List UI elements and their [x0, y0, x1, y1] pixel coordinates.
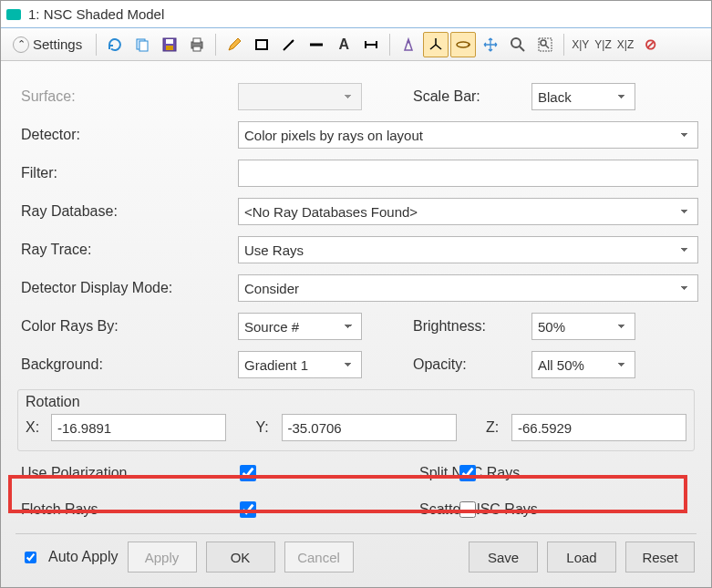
svg-rect-3: [166, 39, 173, 44]
svg-rect-1: [139, 41, 148, 51]
svg-line-16: [430, 45, 436, 49]
ok-button[interactable]: OK: [206, 542, 275, 573]
titlebar: 1: NSC Shaded Model: [1, 1, 711, 28]
svg-point-19: [511, 38, 521, 47]
print-icon[interactable]: [184, 32, 210, 57]
raydb-label: Ray Database:: [14, 203, 238, 220]
opacity-label: Opacity:: [362, 356, 531, 373]
rot-x-label: X:: [26, 419, 44, 436]
svg-line-20: [520, 46, 524, 51]
chevron-up-icon: ⌃: [13, 36, 29, 53]
separator: [563, 34, 564, 56]
brightness-select[interactable]: 50%: [531, 313, 635, 340]
svg-point-18: [457, 42, 470, 47]
fletch-row: Fletch Rays Scatter NSC Rays: [14, 491, 698, 528]
separator: [389, 34, 390, 56]
rot-y-input[interactable]: [282, 414, 457, 441]
ddm-label: Detector Display Mode:: [14, 280, 238, 296]
autoapply-checkbox[interactable]: [25, 552, 36, 563]
app-icon: [6, 9, 21, 20]
separator: [215, 34, 216, 56]
cancel-button[interactable]: Cancel: [284, 542, 354, 573]
view-yz-button[interactable]: Y|Z: [593, 38, 613, 51]
surface-select[interactable]: [238, 83, 362, 110]
toolbar: ⌃ Settings A X|Y Y|Z X|Z ⊘: [1, 28, 711, 61]
svg-point-14: [408, 40, 410, 43]
usepol-label: Use Polarization: [21, 465, 236, 481]
svg-line-17: [436, 45, 441, 49]
reset-button[interactable]: Reset: [625, 542, 695, 573]
zoom-icon[interactable]: [505, 32, 531, 57]
background-label: Background:: [14, 356, 238, 373]
svg-rect-8: [256, 40, 267, 49]
rot-z-label: Z:: [486, 419, 504, 436]
save-button[interactable]: Save: [469, 542, 538, 573]
load-button[interactable]: Load: [547, 542, 616, 573]
rotation-group: Rotation X: Y: Z:: [17, 389, 695, 451]
settings-button[interactable]: ⌃ Settings: [5, 32, 90, 57]
svg-line-23: [545, 45, 549, 48]
separator: [96, 34, 97, 56]
compass-icon[interactable]: [396, 32, 421, 57]
filter-label: Filter:: [14, 165, 238, 181]
scatter-label: Scatter NSC Rays: [259, 501, 434, 518]
close-icon[interactable]: ⊘: [637, 32, 663, 57]
scatter-checkbox[interactable]: [459, 501, 476, 518]
polarization-row: Use Polarization Split NSC Rays: [14, 455, 698, 491]
settings-label: Settings: [33, 36, 82, 52]
colorby-label: Color Rays By:: [14, 318, 238, 335]
line-icon[interactable]: [304, 32, 329, 57]
rotation-legend: Rotation: [26, 394, 686, 410]
dimension-icon[interactable]: [358, 32, 384, 57]
autoapply-label: Auto Apply: [48, 549, 119, 565]
save-icon[interactable]: [157, 32, 182, 57]
svg-rect-6: [193, 38, 201, 43]
brightness-label: Brightness:: [362, 318, 531, 335]
rot-y-label: Y:: [256, 419, 274, 436]
view-xz-button[interactable]: X|Z: [615, 38, 635, 51]
background-select[interactable]: Gradient 1: [238, 351, 362, 378]
fletch-label: Fletch Rays: [21, 501, 236, 518]
rot-z-input[interactable]: [511, 414, 686, 441]
svg-rect-4: [166, 46, 173, 50]
usepol-checkbox[interactable]: [240, 465, 256, 481]
raytrace-label: Ray Trace:: [14, 242, 238, 258]
refresh-icon[interactable]: [102, 32, 128, 57]
opacity-select[interactable]: All 50%: [531, 351, 635, 378]
splitnsc-label: Split NSC Rays: [259, 465, 434, 481]
rotate-icon[interactable]: [450, 32, 476, 57]
axes-icon[interactable]: [423, 32, 449, 57]
view-xy-button[interactable]: X|Y: [570, 38, 591, 51]
scalebar-label: Scale Bar:: [362, 88, 531, 105]
ddm-select[interactable]: Consider: [238, 274, 698, 302]
settings-form: Surface: Scale Bar: Black Detector: Colo…: [1, 61, 711, 587]
surface-label: Surface:: [14, 88, 238, 105]
line-arrow-icon[interactable]: [276, 32, 302, 57]
colorby-select[interactable]: Source #: [238, 313, 362, 340]
splitnsc-checkbox[interactable]: [459, 465, 476, 481]
detector-select[interactable]: Color pixels by rays on layout: [238, 121, 698, 149]
text-icon[interactable]: A: [331, 32, 356, 57]
window-title: 1: NSC Shaded Model: [28, 6, 164, 22]
rot-x-input[interactable]: [51, 414, 226, 441]
raytrace-select[interactable]: Use Rays: [238, 236, 698, 263]
filter-input[interactable]: [238, 160, 698, 187]
fletch-checkbox[interactable]: [240, 501, 256, 518]
footer: Auto Apply Apply OK Cancel Save Load Res…: [14, 538, 698, 573]
svg-rect-7: [193, 46, 201, 51]
fit-icon[interactable]: [532, 32, 558, 57]
rectangle-icon[interactable]: [249, 32, 274, 57]
move-icon[interactable]: [478, 32, 503, 57]
pencil-icon[interactable]: [222, 32, 247, 57]
detector-label: Detector:: [14, 127, 238, 143]
scalebar-select[interactable]: Black: [531, 83, 635, 110]
divider: [15, 533, 697, 534]
raydb-select[interactable]: <No Ray Databases Found>: [238, 198, 698, 225]
copy-icon[interactable]: [129, 32, 155, 57]
apply-button[interactable]: Apply: [128, 542, 197, 573]
window: 1: NSC Shaded Model ⌃ Settings A X|Y Y|Z…: [0, 0, 712, 588]
